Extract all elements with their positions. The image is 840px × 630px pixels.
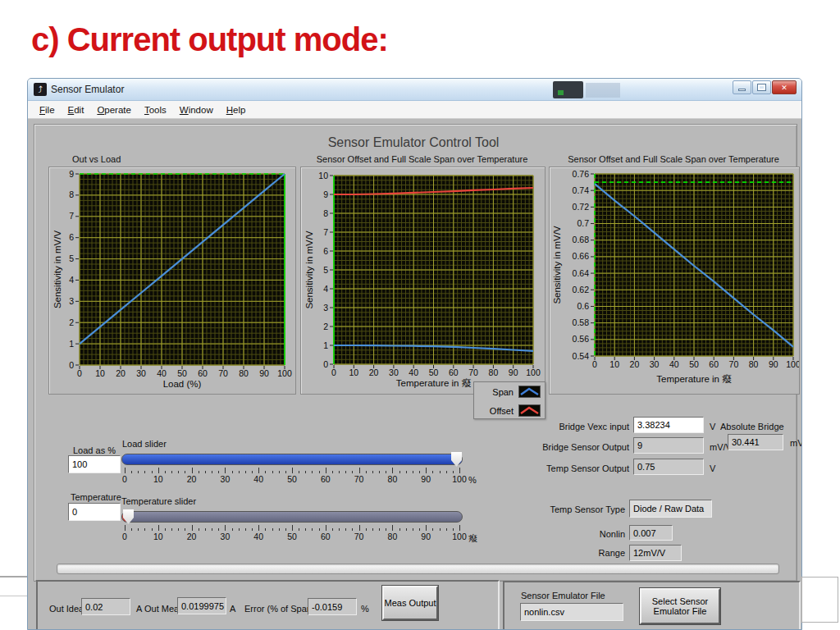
bridge-vexc-label: Bridge Vexc input	[559, 422, 629, 431]
bridge-sensor-output-label: Bridge Sensor Output	[542, 442, 629, 452]
out-ideal-unit: A	[136, 604, 142, 614]
temperature-input[interactable]: 0	[68, 503, 121, 521]
svg-text:60: 60	[198, 368, 208, 378]
menu-file[interactable]: File	[33, 103, 62, 116]
menu-operate[interactable]: Operate	[90, 103, 138, 116]
load-slider[interactable]	[121, 454, 463, 465]
svg-text:Sensitivity in mV/V: Sensitivity in mV/V	[304, 231, 314, 309]
svg-text:0.56: 0.56	[573, 334, 590, 344]
labview-app-icon: ⤴	[34, 83, 47, 96]
temperature-slider-numbers: 0102030405060708090100	[125, 532, 459, 541]
maximize-button[interactable]	[752, 80, 771, 94]
temperature-slider-thumb[interactable]	[123, 509, 134, 524]
svg-text:90: 90	[509, 368, 518, 377]
titlebar-overlay-artifact	[586, 83, 620, 98]
chart3-title: Sensor Offset and Full Scale Span over T…	[549, 154, 798, 164]
bridge-vexc-input[interactable]: 3.38234	[633, 417, 704, 433]
load-as-percent-input[interactable]: 100	[68, 455, 121, 473]
load-slider-unit: %	[468, 475, 477, 485]
svg-text:50: 50	[177, 368, 187, 378]
svg-text:80: 80	[749, 359, 759, 369]
out-ideal-label: Out Ideal	[49, 604, 86, 614]
slide: c) Current output mode: ⤴ Sensor Emulato…	[0, 0, 840, 630]
minimize-button[interactable]	[733, 80, 751, 94]
absolute-bridge-unit: mV	[790, 438, 802, 448]
menu-tools[interactable]: Tools	[138, 103, 173, 116]
svg-text:60: 60	[709, 359, 719, 369]
titlebar-overlay-artifact	[553, 81, 583, 98]
svg-text:50: 50	[429, 368, 439, 377]
svg-text:6: 6	[69, 232, 74, 242]
temperature-slider-label: Temperature slider	[121, 496, 196, 506]
svg-text:8: 8	[69, 189, 74, 199]
svg-text:0.6: 0.6	[577, 301, 589, 311]
chart-temp-sensor: 01020304050607080901000.540.560.580.60.6…	[549, 167, 800, 395]
out-meas-unit: A	[230, 604, 235, 614]
sensor-emulator-file-label: Sensor Emulator File	[521, 591, 605, 600]
error-label: Error (% of Span)	[244, 604, 315, 614]
meas-output-button[interactable]: Meas Output	[382, 586, 438, 620]
menu-help[interactable]: Help	[220, 103, 253, 116]
svg-text:100: 100	[526, 368, 541, 377]
svg-text:3: 3	[323, 303, 328, 313]
chart1-title: Out vs Load	[72, 154, 121, 164]
chart2-title: Sensor Offset and Full Scale Span over T…	[300, 154, 544, 164]
select-sensor-emulator-file-button[interactable]: Select Sensor Emulator File	[640, 588, 720, 624]
panel-heading: Sensor Emulator Control Tool	[233, 135, 594, 150]
svg-text:40: 40	[669, 359, 679, 369]
svg-text:40: 40	[157, 368, 167, 378]
temp-sensor-output-label: Temp Sensor Output	[546, 463, 629, 473]
svg-text:Sensitivity in mV/V: Sensitivity in mV/V	[52, 231, 62, 309]
menu-edit[interactable]: Edit	[62, 103, 91, 116]
svg-text:7: 7	[69, 211, 74, 221]
svg-text:2: 2	[323, 322, 328, 331]
legend-span: Span	[474, 382, 545, 401]
legend-span-label: Span	[492, 387, 514, 397]
svg-text:20: 20	[116, 368, 126, 378]
output-frame: Out Ideal 0.02 A Out Meas 0.0199975 A Er…	[36, 580, 500, 630]
svg-text:30: 30	[136, 368, 146, 378]
svg-text:60: 60	[449, 368, 459, 377]
load-as-percent-label: Load as %	[73, 445, 116, 455]
close-button[interactable]: ✕	[772, 80, 797, 94]
svg-text:20: 20	[369, 368, 379, 377]
temperature-slider[interactable]	[121, 511, 463, 523]
svg-text:10: 10	[349, 368, 358, 377]
svg-text:9: 9	[323, 189, 328, 199]
svg-text:6: 6	[323, 246, 328, 256]
svg-text:5: 5	[323, 265, 328, 275]
load-slider-numbers: 0102030405060708090100	[125, 474, 459, 484]
svg-text:0.66: 0.66	[573, 251, 590, 261]
svg-text:10: 10	[318, 171, 328, 180]
svg-text:Load (%): Load (%)	[163, 379, 202, 389]
svg-text:Sensitivity in mV/V: Sensitivity in mV/V	[552, 226, 562, 304]
svg-text:90: 90	[259, 368, 269, 378]
svg-text:Temperature in 癈: Temperature in 癈	[396, 378, 472, 388]
chart1-plot: 01020304050607080901000123456789Load (%)…	[49, 167, 295, 394]
svg-text:0: 0	[69, 360, 74, 370]
svg-text:0.76: 0.76	[573, 169, 590, 179]
svg-text:0.54: 0.54	[573, 351, 590, 361]
svg-text:8: 8	[323, 208, 328, 218]
svg-text:0.74: 0.74	[573, 185, 590, 195]
svg-text:100: 100	[277, 368, 292, 378]
slide-divider-line	[0, 596, 28, 596]
menu-window[interactable]: Window	[173, 103, 220, 116]
load-slider-label: Load slider	[122, 439, 167, 449]
svg-text:0: 0	[592, 359, 597, 369]
svg-text:0: 0	[331, 368, 336, 377]
svg-text:4: 4	[323, 284, 328, 294]
plot-legend: Span Offset	[473, 381, 546, 419]
range-label: Range	[599, 548, 625, 558]
svg-text:90: 90	[769, 359, 778, 369]
svg-text:0.64: 0.64	[573, 268, 590, 278]
menubar: File Edit Operate Tools Window Help	[28, 101, 801, 119]
svg-text:3: 3	[69, 296, 74, 306]
range-field: 12mV/V	[629, 545, 682, 561]
select-button-line2: Emulator File	[654, 606, 707, 616]
sensor-emulator-file-input[interactable]: nonlin.csv	[520, 603, 623, 621]
close-icon: ✕	[781, 84, 788, 92]
temperature-label: Temperature	[71, 492, 121, 502]
svg-text:4: 4	[69, 275, 74, 285]
slide-divider-line	[0, 576, 28, 578]
